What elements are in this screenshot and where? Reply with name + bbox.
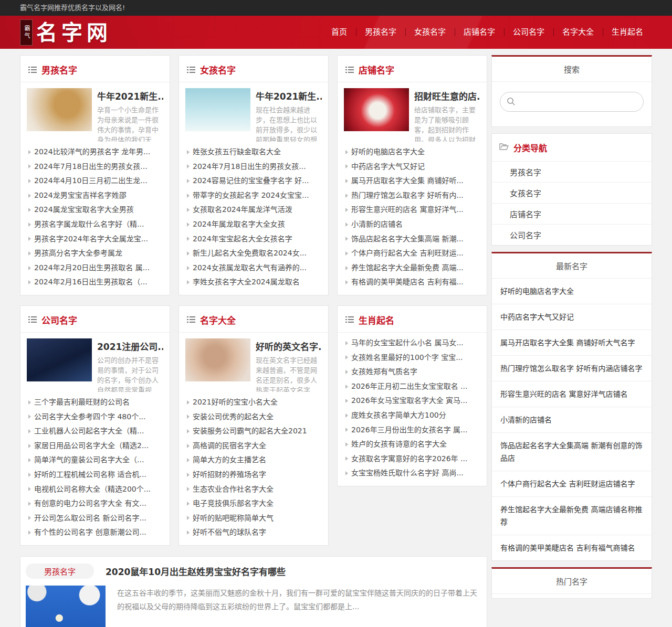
post-link[interactable]: 养生馆起名字大全最新免费 高端... <box>345 261 479 275</box>
post-link[interactable]: 家居日用品公司名字大全（精选2... <box>28 439 162 453</box>
post-link[interactable]: 姓卢的女孩有诗意的名字大全 <box>345 437 479 452</box>
post-link[interactable]: 2024年宝宝起名大全女孩名字 <box>186 232 321 247</box>
featured-post[interactable]: 牛年2021新生... 现在社会越来越进步，在思想上也比以前开放得多，很少以前那… <box>179 82 328 142</box>
post-link[interactable]: 热门理疗馆怎么取名字 好听有内... <box>345 188 479 203</box>
post-link[interactable]: 好听的贴吧昵称简单大气 <box>186 511 321 526</box>
post-link[interactable]: 好听不俗气的球队名字 <box>186 525 321 540</box>
latest-name-link[interactable]: 个体户商行起名大全 吉利旺财运店铺名字 <box>492 471 652 497</box>
featured-title[interactable]: 2021注册公司... <box>97 339 163 353</box>
nav-item-boy-names[interactable]: 男孩名字 <box>356 16 405 49</box>
post-link[interactable]: 安装服务公司霸气的起名大全2021 <box>186 424 321 439</box>
latest-name-link[interactable]: 小清新的店铺名 <box>492 407 652 433</box>
post-link[interactable]: 男孩名字属龙取什么名字好（精... <box>28 217 162 232</box>
latest-name-link[interactable]: 中药店名字大气又好记 <box>492 304 652 330</box>
featured-post[interactable]: 牛年2021新生... 孕育一个小生命是作为母亲来说是一件很伟大的事情，孕育中身… <box>20 82 170 142</box>
post-link[interactable]: 2026年女马宝宝取名字大全 寅马... <box>345 394 479 408</box>
post-link[interactable]: 带莘字的女孩起名字 2024女宝宝... <box>186 188 321 203</box>
card-title[interactable]: 男孩名字 <box>41 63 77 76</box>
featured-title[interactable]: 牛年2021新生... <box>256 89 322 102</box>
post-link[interactable]: 男孩高分名字大全参考属龙 <box>28 246 162 261</box>
post-link[interactable]: 2026年正月初二出生女宝宝取名 ... <box>345 379 479 394</box>
nav-item-girl-names[interactable]: 女孩名字 <box>405 16 455 49</box>
post-link[interactable]: 好听的电脑店名字大全 <box>345 145 479 160</box>
article-title[interactable]: 2020鼠年10月出生赵姓男宝宝好名字有哪些 <box>106 565 286 578</box>
post-link[interactable]: 饰品店起名名字大全集高端 新潮... <box>345 232 479 247</box>
search-input[interactable] <box>500 92 644 112</box>
nav-item-zodiac-names[interactable]: 生肖起名 <box>603 16 652 49</box>
featured-title[interactable]: 好听的英文名字... <box>256 339 322 353</box>
featured-post[interactable]: 2021注册公司... 公司的创办并不是容易的事情，对于公司的名字，每个创办人自… <box>20 333 170 392</box>
post-link[interactable]: 小清新的店铺名 <box>345 217 479 232</box>
post-link[interactable]: 庞姓女孩名字简单大方100分 <box>345 408 479 423</box>
card-title[interactable]: 店铺名字 <box>359 63 394 76</box>
card-title[interactable]: 女孩名字 <box>200 63 236 76</box>
post-link[interactable]: 2021好听的宝宝小名大全 <box>186 395 321 410</box>
featured-post[interactable]: 招财旺生意的店... 给店铺取名字，主要是为了能够吸引顾客，起到招财的作用。很多… <box>338 82 487 142</box>
post-link[interactable]: 三个字最吉利最旺财的公司名 <box>28 395 162 410</box>
post-link[interactable]: 安装公司优秀的起名大全 <box>186 410 321 424</box>
post-link[interactable]: 马年的女宝宝起什么小名 属马女... <box>345 336 479 350</box>
category-link-shop-names[interactable]: 店铺名字 <box>492 204 652 225</box>
latest-name-link[interactable]: 属马开店取名字大全集 商铺好听大气名字 <box>492 330 652 356</box>
post-link[interactable]: 新生儿起名大全免费取名2024女... <box>186 246 321 261</box>
featured-title[interactable]: 招财旺生意的店... <box>414 89 480 102</box>
nav-item-all-names[interactable]: 名字大全 <box>553 16 603 49</box>
post-link[interactable]: 2024女孩属龙取名大气有涵养的... <box>186 261 321 275</box>
latest-name-link[interactable]: 有格调的美甲美睫店名 吉利有福气商铺名 <box>492 535 652 560</box>
post-link[interactable]: 女孩取名字寓意好的名字2026年 ... <box>345 452 479 466</box>
post-link[interactable]: 男孩名字2024年名字大全属龙宝... <box>28 232 162 247</box>
post-link[interactable]: 开公司怎么取公司名 新公司名字... <box>28 511 162 526</box>
post-link[interactable]: 2024年7月18日出生的男孩女孩... <box>28 160 162 174</box>
post-link[interactable]: 2024年2月16日出生男孩取名（... <box>28 275 162 290</box>
post-link[interactable]: 2024年属龙取名字大全女孩 <box>186 217 321 232</box>
nav-item-company-names[interactable]: 公司名字 <box>504 16 553 49</box>
post-link[interactable]: 女孩姓名里最好的100个字 宝宝... <box>345 350 479 365</box>
post-link[interactable]: 有个性的公司名字 创意新潮公司... <box>28 525 162 540</box>
post-link[interactable]: 2026年三月份出生的女孩名字 属... <box>345 423 479 438</box>
post-link[interactable]: 个体户商行起名大全 吉利旺财运... <box>345 246 479 261</box>
post-link[interactable]: 李姓女孩名字大全2024属龙取名 <box>186 275 321 290</box>
post-link[interactable]: 生态农业合作社名字大全 <box>186 482 321 497</box>
post-link[interactable]: 2024属龙宝宝取名字大全男孩 <box>28 203 162 217</box>
card-title[interactable]: 生肖起名 <box>359 313 394 326</box>
latest-name-link[interactable]: 热门理疗馆怎么取名字 好听有内涵店铺名字 <box>492 356 652 381</box>
post-link[interactable]: 高格调的民宿名字大全 <box>186 439 321 453</box>
post-link[interactable]: 形容生意兴旺的店名 寓意好洋气... <box>345 203 479 217</box>
nav-item-home[interactable]: 首页 <box>322 16 356 49</box>
category-link-girl-names[interactable]: 女孩名字 <box>492 183 652 204</box>
post-link[interactable]: 属马开店取名字大全集 商铺好听... <box>345 174 479 188</box>
card-title[interactable]: 名字大全 <box>200 313 236 326</box>
post-link[interactable]: 女孩取名2024年属龙洋气活泼 <box>186 203 321 217</box>
post-link[interactable]: 好听的工程机械公司名称 适合机... <box>28 467 162 482</box>
post-link[interactable]: 2024年4月10日三月初二出生龙... <box>28 174 162 188</box>
post-link[interactable]: 工业机器人公司起名字大全（精... <box>28 424 162 439</box>
post-link[interactable]: 2024比较洋气的男孩名字 龙年男... <box>28 145 162 160</box>
post-link[interactable]: 简单大方的女主播艺名 <box>186 453 321 467</box>
post-link[interactable]: 2024年7月18日出生的男孩女孩... <box>186 160 321 174</box>
post-link[interactable]: 好听招财的养殖场名字 <box>186 467 321 482</box>
post-link[interactable]: 电子竞技俱乐部名字大全 <box>186 496 321 511</box>
latest-name-link[interactable]: 饰品店起名名字大全集高端 新潮有创意的饰品店 <box>492 433 652 471</box>
post-link[interactable]: 简单洋气的童装公司名字大全（... <box>28 453 162 467</box>
post-link[interactable]: 有创意的电力公司名字大全 有文... <box>28 496 162 511</box>
post-link[interactable]: 公司名字大全参考四个字 480个... <box>28 410 162 424</box>
featured-title[interactable]: 牛年2021新生... <box>97 89 163 102</box>
post-link[interactable]: 姓张女孩五行缺金取名大全 <box>186 145 321 160</box>
nav-item-shop-names[interactable]: 店铺名字 <box>455 16 504 49</box>
post-link[interactable]: 有格调的美甲美睫店名 吉利有福... <box>345 275 479 290</box>
post-link[interactable]: 女宝宝杨姓氏取什么名字好 高尚... <box>345 466 479 481</box>
latest-name-link[interactable]: 养生馆起名字大全最新免费 高端店铺名称推荐 <box>492 497 652 535</box>
featured-post[interactable]: 好听的英文名字... 现在英文名字已经越来越普遍，不管是网名还是别名，很多人热衷… <box>179 333 328 392</box>
latest-name-link[interactable]: 形容生意兴旺的店名 寓意好洋气店铺名 <box>492 381 652 407</box>
post-link[interactable]: 电视机公司名称大全（精选200个... <box>28 482 162 497</box>
post-link[interactable]: 2024年2月20日出生男孩取名 属... <box>28 261 162 275</box>
post-link[interactable]: 2024容易记住的宝宝叠字名字 好... <box>186 174 321 188</box>
category-link-company-names[interactable]: 公司名字 <box>492 225 652 245</box>
latest-name-link[interactable]: 好听的电脑店名字大全 <box>492 279 652 304</box>
post-link[interactable]: 中药店名字大气又好记 <box>345 160 479 174</box>
card-title[interactable]: 公司名字 <box>41 313 77 326</box>
category-link-boy-names[interactable]: 男孩名字 <box>492 162 652 183</box>
post-link[interactable]: 2024龙男宝宝吉祥名字姓邵 <box>28 188 162 203</box>
site-logo[interactable]: 霸气 名字网 <box>20 19 112 46</box>
article-category-tag[interactable]: 男孩名字 <box>26 564 94 579</box>
